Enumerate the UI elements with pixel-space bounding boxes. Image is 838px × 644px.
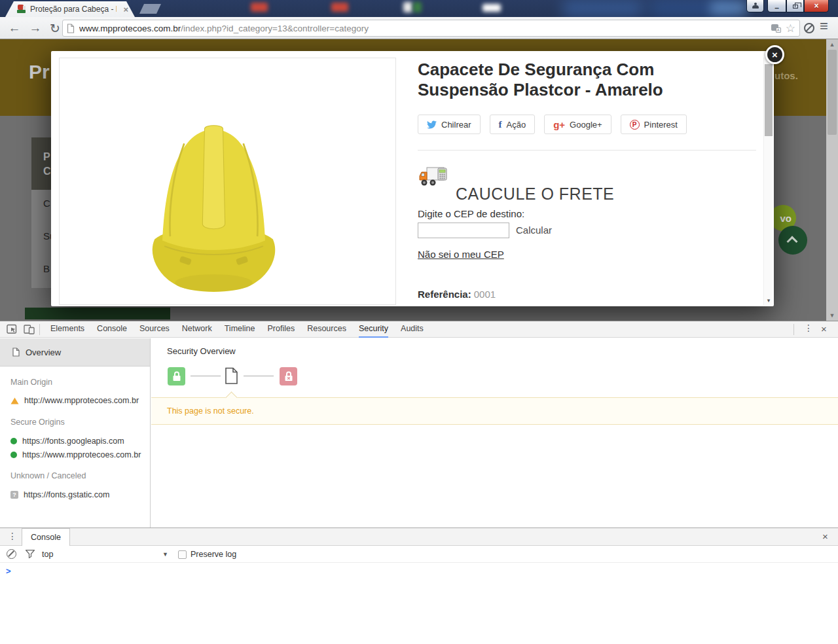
tab-console[interactable]: Console [97, 321, 127, 338]
window-titlebar: Proteção para Cabeça - M × – × [0, 0, 838, 17]
sidebar-origin-item[interactable]: https://fonts.googleapis.com [10, 437, 124, 446]
browser-toolbar: ← → ↻ www.mpprotecoes.com.br/index.php?i… [0, 17, 838, 39]
preserve-log-checkbox[interactable] [178, 550, 187, 559]
url-bar[interactable]: www.mpprotecoes.com.br/index.php?id_cate… [62, 20, 800, 37]
tab-audits[interactable]: Audits [401, 321, 424, 338]
context-dropdown-icon[interactable]: ▼ [162, 551, 168, 558]
new-tab-button[interactable] [139, 4, 161, 14]
sidebar-origin-item[interactable]: ? https://fonts.gstatic.com [10, 490, 109, 499]
minimize-button[interactable]: – [767, 0, 786, 12]
back-button[interactable]: ← [5, 19, 24, 37]
console-prompt-icon[interactable]: > [6, 566, 11, 576]
google-plus-icon: g+ [553, 119, 565, 130]
scrollbar-down-icon[interactable]: ▼ [826, 312, 838, 319]
share-pinterest-button[interactable]: P Pinterest [621, 115, 687, 134]
tab-network[interactable]: Network [182, 321, 212, 338]
product-image-box [59, 58, 396, 305]
share-googleplus-button[interactable]: g+ Google+ [544, 115, 611, 134]
tab-security[interactable]: Security [359, 321, 388, 338]
connector-line [191, 376, 221, 376]
tab-title: Proteção para Cabeça - M [30, 5, 117, 14]
scrollbar-thumb[interactable] [828, 50, 837, 135]
devtools-close-icon[interactable]: × [821, 323, 827, 334]
modal-scrollbar[interactable]: ▾ [763, 58, 773, 305]
url-text: www.mpprotecoes.com.br/index.php?id_cate… [79, 24, 771, 33]
devtools-menu-icon[interactable]: ⋮ [804, 323, 813, 333]
category-menu-item[interactable]: B [43, 263, 50, 274]
bookmark-star-icon[interactable]: ☆ [786, 23, 795, 34]
chrome-menu-icon[interactable]: ≡ [820, 18, 828, 35]
product-quickview-modal: Capacete De Segurança Com Suspensão Plas… [51, 51, 774, 306]
sidebar-origin-item[interactable]: https://www.mpprotecoes.com.br [10, 450, 141, 459]
maximize-button[interactable] [786, 0, 804, 12]
cep-input[interactable] [418, 223, 509, 238]
security-sidebar: Overview Main Origin http://www.mpprotec… [0, 338, 151, 528]
warning-icon [10, 397, 19, 404]
scrollbar-up-icon[interactable]: ▲ [826, 41, 838, 48]
preserve-log-label: Preserve log [191, 550, 236, 559]
devtools-panel: Elements Console Sources Network Timelin… [0, 321, 838, 528]
twitter-icon [427, 120, 437, 129]
chevron-up-icon [787, 236, 798, 247]
console-tab[interactable]: Console [22, 528, 70, 546]
console-tabrow: ⋮ Console × [0, 528, 838, 546]
scroll-to-top-button[interactable] [778, 226, 807, 255]
modal-scrollbar-thumb[interactable] [765, 64, 773, 136]
device-toolbar-icon[interactable] [24, 324, 35, 334]
profile-button[interactable] [746, 0, 764, 12]
reload-button[interactable]: ↻ [46, 19, 64, 37]
person-icon [752, 3, 759, 9]
freight-truck-icon [418, 164, 448, 190]
product-image-helmet [143, 118, 284, 296]
tab-elements[interactable]: Elements [50, 321, 84, 338]
calculate-button[interactable]: Calcular [516, 224, 552, 236]
url-domain: www.mpprotecoes.com.br [79, 24, 181, 33]
sidebar-item-overview[interactable]: Overview [0, 338, 150, 367]
drawer-menu-icon[interactable]: ⋮ [8, 531, 17, 541]
forward-button[interactable]: → [26, 19, 45, 37]
secure-lock-icon [168, 367, 185, 385]
secure-icon [10, 452, 17, 458]
share-twitter-button[interactable]: Chilrear [418, 115, 481, 134]
page-scrollbar[interactable]: ▲ ▼ [826, 39, 838, 321]
reference-row: Referência:0001 [418, 289, 496, 300]
drawer-close-icon[interactable]: × [822, 531, 828, 542]
desktop-blob [483, 4, 501, 12]
modal-close-button[interactable]: × [765, 45, 784, 64]
tab-profiles[interactable]: Profiles [267, 321, 295, 338]
sidebar-origin-item[interactable]: http://www.mpprotecoes.com.br [10, 396, 139, 405]
tab-close-icon[interactable]: × [123, 5, 128, 14]
reference-value: 0001 [474, 289, 496, 300]
unknown-icon: ? [10, 491, 18, 499]
clear-console-icon[interactable] [7, 549, 16, 559]
divider [418, 150, 756, 151]
tab-resources[interactable]: Resources [307, 321, 346, 338]
content-blocked-icon[interactable] [804, 23, 814, 33]
sidebar-section-title: Secure Origins [10, 418, 65, 427]
divider [793, 324, 794, 335]
inspect-element-icon[interactable] [7, 324, 18, 334]
category-menu-item[interactable]: C [43, 198, 50, 209]
origin-url: https://www.mpprotecoes.com.br [22, 450, 141, 459]
filter-icon[interactable] [26, 550, 35, 558]
sidebar-overview-label: Overview [26, 348, 61, 357]
execution-context-selector[interactable]: top [42, 550, 53, 559]
share-label: Ação [507, 120, 526, 130]
minimize-icon: – [774, 6, 779, 10]
modal-scrollbar-down-icon[interactable]: ▾ [764, 297, 773, 304]
console-toolbar: top ▼ Preserve log [0, 546, 838, 563]
browser-tab[interactable]: Proteção para Cabeça - M × [5, 1, 135, 17]
category-header-line: P [43, 151, 50, 163]
page-icon [67, 24, 75, 33]
close-window-button[interactable]: × [804, 0, 829, 12]
restore-icon [793, 5, 798, 9]
unknown-cep-link[interactable]: Não sei o meu CEP [418, 249, 504, 260]
share-buttons-row: Chilrear f Ação g+ Google+ P Pinterest [418, 115, 687, 134]
translate-icon[interactable]: A [771, 24, 781, 33]
origin-url: https://fonts.gstatic.com [24, 490, 109, 499]
tab-timeline[interactable]: Timeline [225, 321, 255, 338]
share-facebook-button[interactable]: f Ação [490, 115, 536, 134]
tab-sources[interactable]: Sources [139, 321, 170, 338]
security-overview-title: Security Overview [167, 346, 236, 356]
sidebar-section-title: Main Origin [10, 378, 52, 387]
